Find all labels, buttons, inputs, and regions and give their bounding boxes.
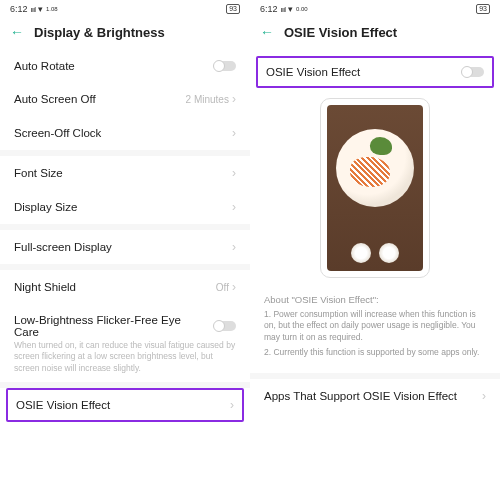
- chevron-right-icon: ›: [230, 398, 234, 412]
- signal-icon: ıııl: [281, 5, 285, 14]
- row-auto-screen-off[interactable]: Auto Screen Off 2 Minutes ›: [0, 82, 250, 116]
- row-flicker-free[interactable]: Low-Brightness Flicker-Free Eye Care: [0, 304, 250, 340]
- status-net: 0.00: [296, 6, 308, 12]
- row-label: Low-Brightness Flicker-Free Eye Care: [14, 314, 184, 338]
- row-osie[interactable]: OSIE Vision Effect ›: [8, 390, 242, 420]
- highlight-osie-toggle: OSIE Vision Effect: [256, 56, 494, 88]
- row-value: Off: [216, 282, 229, 293]
- page-title: OSIE Vision Effect: [284, 25, 397, 40]
- wifi-icon: ▾: [288, 4, 293, 14]
- back-icon[interactable]: ←: [260, 24, 274, 40]
- chevron-right-icon: ›: [232, 240, 236, 254]
- row-night-shield[interactable]: Night Shield Off ›: [0, 270, 250, 304]
- row-label: Display Size: [14, 201, 77, 213]
- row-label: Night Shield: [14, 281, 76, 293]
- row-supported-apps[interactable]: Apps That Support OSIE Vision Effect ›: [250, 379, 500, 413]
- chevron-right-icon: ›: [232, 92, 236, 106]
- chevron-right-icon: ›: [232, 280, 236, 294]
- status-time: 6:12: [260, 4, 278, 14]
- chevron-right-icon: ›: [482, 389, 486, 403]
- row-font-size[interactable]: Font Size ›: [0, 156, 250, 190]
- wifi-icon: ▾: [38, 4, 43, 14]
- status-net: 1.08: [46, 6, 58, 12]
- status-time: 6:12: [10, 4, 28, 14]
- about-item: 2. Currently this function is supported …: [264, 347, 486, 358]
- row-label: Apps That Support OSIE Vision Effect: [264, 390, 457, 402]
- back-icon[interactable]: ←: [10, 24, 24, 40]
- row-label: Auto Rotate: [14, 60, 75, 72]
- highlight-osie: OSIE Vision Effect ›: [6, 388, 244, 422]
- row-label: OSIE Vision Effect: [16, 399, 110, 411]
- header: ← Display & Brightness: [0, 16, 250, 50]
- row-screen-off-clock[interactable]: Screen-Off Clock ›: [0, 116, 250, 150]
- row-value: 2 Minutes: [186, 94, 229, 105]
- chevron-right-icon: ›: [232, 126, 236, 140]
- screen-display-brightness: 6:12 ıııl ▾ 1.08 93 ← Display & Brightne…: [0, 0, 250, 500]
- row-fullscreen[interactable]: Full-screen Display ›: [0, 230, 250, 264]
- chevron-right-icon: ›: [232, 200, 236, 214]
- about-heading: About "OSIE Vision Effect":: [264, 294, 486, 305]
- phone-preview: [320, 98, 430, 278]
- row-auto-rotate[interactable]: Auto Rotate: [0, 50, 250, 82]
- toggle-icon[interactable]: [214, 61, 236, 71]
- toggle-icon[interactable]: [462, 67, 484, 77]
- signal-icon: ıııl: [31, 5, 35, 14]
- preview-image: [327, 105, 423, 271]
- row-label: Font Size: [14, 167, 63, 179]
- screen-osie: 6:12 ıııl ▾ 0.00 93 ← OSIE Vision Effect…: [250, 0, 500, 500]
- about-section: About "OSIE Vision Effect": 1. Power con…: [250, 288, 500, 373]
- about-item: 1. Power consumption will increase when …: [264, 309, 486, 343]
- row-label: Auto Screen Off: [14, 93, 96, 105]
- battery-icon: 93: [476, 4, 490, 14]
- row-display-size[interactable]: Display Size ›: [0, 190, 250, 224]
- page-title: Display & Brightness: [34, 25, 165, 40]
- row-label: Full-screen Display: [14, 241, 112, 253]
- status-bar: 6:12 ıııl ▾ 0.00 93: [250, 0, 500, 16]
- chevron-right-icon: ›: [232, 166, 236, 180]
- row-label: OSIE Vision Effect: [266, 66, 360, 78]
- battery-icon: 93: [226, 4, 240, 14]
- header: ← OSIE Vision Effect: [250, 16, 500, 50]
- toggle-icon[interactable]: [214, 321, 236, 331]
- row-label: Screen-Off Clock: [14, 127, 101, 139]
- row-osie-toggle[interactable]: OSIE Vision Effect: [258, 58, 492, 86]
- flicker-description: When turned on, it can reduce the visual…: [0, 340, 250, 382]
- status-bar: 6:12 ıııl ▾ 1.08 93: [0, 0, 250, 16]
